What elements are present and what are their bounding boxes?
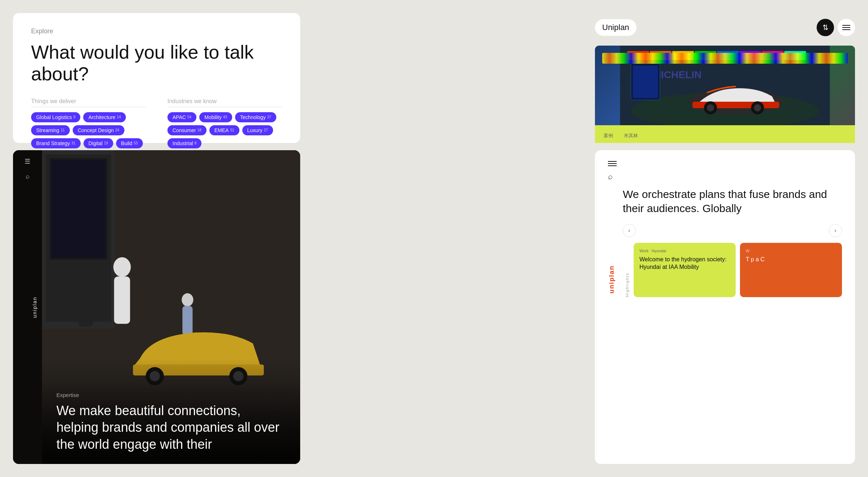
michelin-card: Uniplan ⇅ — [595, 13, 855, 143]
expertise-label: Expertise — [56, 392, 286, 398]
things-label: Things we deliver — [31, 98, 146, 107]
tag-mobility[interactable]: Mobility 43 — [199, 112, 232, 122]
menu-button[interactable] — [838, 19, 855, 36]
explore-title: What would you like to talk about? — [31, 42, 282, 85]
orch-title: We orchestrate plans that fuse brands an… — [623, 187, 842, 215]
svg-rect-6 — [717, 51, 739, 60]
orch-tag-hyundai: Hyundai — [651, 249, 666, 253]
menu-line-1 — [842, 25, 850, 26]
orch-layout: uniplan We orchestrate plans that fuse b… — [608, 187, 842, 297]
orch-tag-work: Work — [639, 249, 648, 253]
svg-rect-7 — [740, 51, 761, 60]
tag-digital[interactable]: Digital 19 — [84, 138, 113, 148]
bottom-headline: We make beautiful connections, helping b… — [56, 402, 286, 453]
michelin-image: MICHELIN — [595, 46, 855, 125]
tag-global-logistics[interactable]: Global Logistics 9 — [31, 112, 80, 122]
svg-rect-8 — [762, 51, 784, 60]
michelin-text: "欢迎来到米其林赛道乐园"——2023米其林进博会 — [604, 142, 846, 143]
orch-next-button[interactable]: › — [829, 224, 842, 237]
case-label: 案例 — [604, 132, 613, 139]
orch-cards-area: Highlights Work Hyundai Welcome to the h… — [623, 243, 842, 297]
orch-card2-title: T p a C — [746, 256, 836, 263]
orch-uniplan-logo: uniplan — [608, 265, 616, 294]
svg-rect-19 — [633, 66, 658, 98]
menu-line-3 — [842, 29, 850, 30]
tag-streaming[interactable]: Streaming 11 — [31, 125, 70, 135]
tag-build[interactable]: Build 53 — [116, 138, 143, 148]
uniplan-logo: Uniplan — [595, 19, 637, 36]
michelin-scene-svg: MICHELIN — [595, 46, 855, 125]
tag-luxury[interactable]: Luxury 27 — [242, 125, 273, 135]
car-event-scene: ☰ ⌕ uniplan Expertise We make beautiful … — [13, 150, 300, 464]
nav-buttons: ⇅ — [817, 19, 855, 36]
svg-rect-9 — [784, 51, 806, 60]
tag-brand-strategy[interactable]: Brand Strategy 31 — [31, 138, 81, 148]
orch-tag2-work: W — [746, 249, 749, 253]
orch-prev-button[interactable]: ‹ — [623, 224, 636, 237]
tag-consumer[interactable]: Consumer 18 — [167, 125, 207, 135]
menu-line-2 — [842, 27, 850, 28]
orch-card-title: Welcome to the hydrogen society: Hyundai… — [639, 256, 730, 271]
svg-rect-3 — [650, 51, 672, 60]
sort-button[interactable]: ⇅ — [817, 19, 834, 36]
menu-line-b — [608, 163, 617, 164]
svg-rect-30 — [182, 306, 192, 335]
tag-apac[interactable]: APAC 54 — [167, 112, 196, 122]
michelin-header: Uniplan ⇅ — [595, 13, 855, 42]
michelin-caption: 案例 米其林 "欢迎来到米其林赛道乐园"——2023米其林进博会 — [595, 125, 855, 143]
sidebar-uniplan-label: uniplan — [32, 296, 38, 318]
industries-label: Industries we know — [167, 98, 282, 107]
orch-nav: ‹ › — [623, 224, 842, 237]
highlights-label: Highlights — [623, 243, 629, 297]
svg-rect-4 — [672, 51, 694, 60]
tag-concept-design[interactable]: Concept Design 24 — [73, 125, 124, 135]
orch-search-icon[interactable]: ⌕ — [608, 172, 842, 181]
svg-rect-5 — [695, 51, 716, 60]
michelin-image-container: MICHELIN 案例 米其林 "欢迎来到米其林赛道乐园"——2023米其林进博… — [595, 46, 855, 143]
tag-technology[interactable]: Technology 37 — [235, 112, 276, 122]
michelin-label: 米其林 — [624, 132, 638, 139]
menu-line-a — [608, 161, 617, 162]
search-icon[interactable]: ⌕ — [26, 173, 30, 180]
svg-point-25 — [78, 265, 94, 283]
orch-card-tag-row: Work Hyundai — [639, 249, 730, 253]
bottom-text-overlay: Expertise We make beautiful connections,… — [42, 381, 300, 464]
orchestrate-card: ⌕ uniplan We orchestrate plans that fuse… — [595, 150, 855, 464]
tag-emea[interactable]: EMEA 51 — [209, 125, 239, 135]
orch-card-second[interactable]: W T p a C — [740, 243, 842, 297]
hamburger-icon[interactable]: ☰ — [25, 157, 30, 165]
orch-main: We orchestrate plans that fuse brands an… — [623, 187, 842, 297]
orch-menu-icon[interactable] — [608, 161, 617, 166]
svg-point-14 — [707, 104, 714, 111]
svg-point-27 — [113, 257, 131, 277]
svg-rect-26 — [78, 283, 93, 327]
explore-card: Explore What would you like to talk abou… — [13, 13, 300, 143]
orch-card-hyundai[interactable]: Work Hyundai Welcome to the hydrogen soc… — [634, 243, 736, 297]
tag-architecture[interactable]: Architecture 14 — [83, 112, 126, 122]
svg-rect-28 — [114, 277, 130, 324]
explore-label: Explore — [31, 28, 282, 35]
menu-line-c — [608, 165, 617, 166]
svg-point-29 — [182, 293, 193, 306]
svg-rect-24 — [51, 160, 106, 258]
bottom-middle-empty — [307, 150, 588, 477]
orch-sidebar: uniplan — [608, 187, 616, 297]
bottom-image-card: ☰ ⌕ uniplan Expertise We make beautiful … — [13, 150, 300, 464]
michelin-case-row: 案例 米其林 — [604, 132, 846, 139]
tag-industrial[interactable]: Industrial 8 — [167, 138, 201, 148]
industries-tags: APAC 54 Mobility 43 Technology 37 Consum… — [167, 112, 282, 148]
sidebar-ui: ☰ ⌕ uniplan — [13, 150, 42, 464]
svg-point-16 — [754, 104, 761, 111]
orch-card-tag2-row: W — [746, 249, 836, 253]
svg-rect-2 — [627, 51, 649, 60]
top-middle-empty — [307, 0, 588, 150]
